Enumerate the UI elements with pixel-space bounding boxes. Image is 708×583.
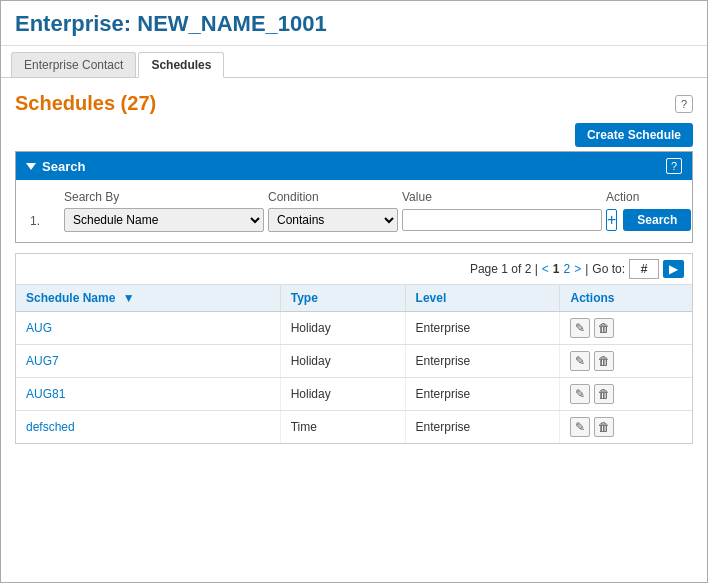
col-level: Level xyxy=(405,285,560,312)
search-by-select[interactable]: Schedule Name Type Level xyxy=(64,208,264,232)
goto-arrow-button[interactable]: ▶ xyxy=(663,260,684,278)
search-value-input[interactable] xyxy=(402,209,602,231)
edit-icon[interactable]: ✎ xyxy=(570,384,590,404)
search-by-cell: Schedule Name Type Level xyxy=(64,208,264,232)
condition-cell: Contains Starts With Ends With Equals xyxy=(268,208,398,232)
page-wrapper: Enterprise: NEW_NAME_1001 Enterprise Con… xyxy=(0,0,708,583)
prev-page-link[interactable]: < xyxy=(542,262,549,276)
cell-type: Time xyxy=(280,411,405,444)
page-info: Page 1 of 2 | xyxy=(470,262,538,276)
schedule-name-link[interactable]: AUG xyxy=(26,321,52,335)
search-panel-header[interactable]: Search ? xyxy=(16,152,692,180)
col-actions: Actions xyxy=(560,285,692,312)
search-panel: Search ? Search By Condition Value Actio… xyxy=(15,151,693,243)
pagination-row: Page 1 of 2 | < 1 2 > | Go to: ▶ xyxy=(16,254,692,285)
cell-type: Holiday xyxy=(280,345,405,378)
schedule-name-link[interactable]: AUG81 xyxy=(26,387,65,401)
enterprise-header: Enterprise: NEW_NAME_1001 xyxy=(1,1,707,46)
next-page-link[interactable]: > xyxy=(574,262,581,276)
schedule-name-link[interactable]: AUG7 xyxy=(26,354,59,368)
search-row-header: Search By Condition Value Action xyxy=(30,190,678,204)
search-action-cell: + Search xyxy=(606,209,686,231)
cell-type: Holiday xyxy=(280,378,405,411)
delete-icon[interactable]: 🗑 xyxy=(594,318,614,338)
goto-label: Go to: xyxy=(592,262,625,276)
enterprise-name: NEW_NAME_1001 xyxy=(137,11,327,36)
col-header-value: Value xyxy=(402,190,602,204)
table-header-row: Schedule Name ▼ Type Level Actions xyxy=(16,285,692,312)
schedules-help-icon[interactable]: ? xyxy=(675,95,693,113)
search-row-1: 1. Schedule Name Type Level Contains Sta… xyxy=(30,208,678,232)
cell-type: Holiday xyxy=(280,312,405,345)
tab-enterprise-contact[interactable]: Enterprise Contact xyxy=(11,52,136,77)
page-1-link[interactable]: 1 xyxy=(553,262,560,276)
goto-separator: | xyxy=(585,262,588,276)
cell-name: AUG7 xyxy=(16,345,280,378)
cell-actions: ✎ 🗑 xyxy=(560,345,692,378)
schedule-name-link[interactable]: defsched xyxy=(26,420,75,434)
col-schedule-name[interactable]: Schedule Name ▼ xyxy=(16,285,280,312)
collapse-icon xyxy=(26,163,36,170)
condition-select[interactable]: Contains Starts With Ends With Equals xyxy=(268,208,398,232)
cell-name: AUG81 xyxy=(16,378,280,411)
table-row: AUG7 Holiday Enterprise ✎ 🗑 xyxy=(16,345,692,378)
cell-actions: ✎ 🗑 xyxy=(560,411,692,444)
sort-icon: ▼ xyxy=(123,291,135,305)
table-row: AUG Holiday Enterprise ✎ 🗑 xyxy=(16,312,692,345)
delete-icon[interactable]: 🗑 xyxy=(594,384,614,404)
cell-actions: ✎ 🗑 xyxy=(560,378,692,411)
page-2-link[interactable]: 2 xyxy=(563,262,570,276)
cell-name: AUG xyxy=(16,312,280,345)
tab-schedules[interactable]: Schedules xyxy=(138,52,224,78)
table-row: defsched Time Enterprise ✎ 🗑 xyxy=(16,411,692,444)
edit-icon[interactable]: ✎ xyxy=(570,318,590,338)
content-area: Schedules (27) ? Create Schedule Search … xyxy=(1,78,707,454)
table-section: Page 1 of 2 | < 1 2 > | Go to: ▶ Schedul… xyxy=(15,253,693,444)
cell-level: Enterprise xyxy=(405,378,560,411)
cell-level: Enterprise xyxy=(405,312,560,345)
cell-level: Enterprise xyxy=(405,411,560,444)
enterprise-title: Enterprise: NEW_NAME_1001 xyxy=(15,11,693,37)
value-cell xyxy=(402,209,602,231)
table-row: AUG81 Holiday Enterprise ✎ 🗑 xyxy=(16,378,692,411)
goto-input[interactable] xyxy=(629,259,659,279)
col-type: Type xyxy=(280,285,405,312)
enterprise-label: Enterprise: xyxy=(15,11,131,36)
delete-icon[interactable]: 🗑 xyxy=(594,417,614,437)
search-help-icon[interactable]: ? xyxy=(666,158,682,174)
edit-icon[interactable]: ✎ xyxy=(570,417,590,437)
col-header-search-by: Search By xyxy=(64,190,264,204)
cell-name: defsched xyxy=(16,411,280,444)
schedules-table: Schedule Name ▼ Type Level Actions xyxy=(16,285,692,443)
cell-level: Enterprise xyxy=(405,345,560,378)
schedules-header: Schedules (27) ? xyxy=(15,92,693,115)
search-body: Search By Condition Value Action 1. Sche… xyxy=(16,180,692,242)
search-panel-title: Search xyxy=(26,159,85,174)
edit-icon[interactable]: ✎ xyxy=(570,351,590,371)
tabs-bar: Enterprise Contact Schedules xyxy=(1,46,707,78)
schedules-title: Schedules (27) xyxy=(15,92,156,115)
delete-icon[interactable]: 🗑 xyxy=(594,351,614,371)
search-row-num: 1. xyxy=(30,212,60,228)
col-header-action: Action xyxy=(606,190,686,204)
create-schedule-button[interactable]: Create Schedule xyxy=(575,123,693,147)
search-button[interactable]: Search xyxy=(623,209,691,231)
cell-actions: ✎ 🗑 xyxy=(560,312,692,345)
col-header-condition: Condition xyxy=(268,190,398,204)
create-btn-row: Create Schedule xyxy=(15,123,693,147)
add-condition-button[interactable]: + xyxy=(606,209,617,231)
